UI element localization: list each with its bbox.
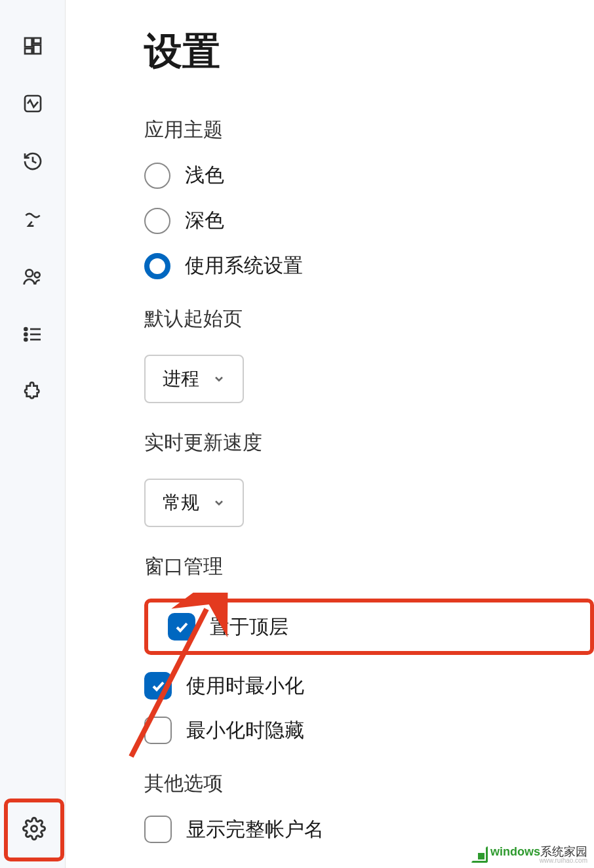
radio-label: 深色 — [185, 207, 224, 234]
list-icon[interactable] — [20, 321, 46, 347]
svg-point-8 — [24, 333, 27, 336]
other-section-label: 其他选项 — [144, 770, 594, 797]
watermark-brand1: windows — [490, 845, 540, 858]
svg-point-5 — [26, 269, 33, 277]
radio-icon — [144, 253, 170, 279]
hide-on-minimize-checkbox[interactable]: 最小化时隐藏 — [144, 717, 594, 744]
main-content: 设置 应用主题 浅色 深色 使用系统设置 默认起始页 进程 实时更新速度 常规 … — [66, 0, 594, 868]
window-checkbox-group: 置于顶层 使用时最小化 最小化时隐藏 — [144, 599, 594, 744]
checkbox-icon — [144, 672, 172, 700]
other-checkbox-group: 显示完整帐户名 — [144, 816, 594, 843]
efficiency-icon[interactable] — [20, 206, 46, 232]
svg-point-6 — [34, 272, 39, 277]
svg-point-9 — [24, 338, 27, 341]
extension-icon[interactable] — [20, 379, 46, 405]
svg-rect-1 — [33, 38, 41, 43]
checkbox-icon — [168, 613, 195, 641]
chevron-down-icon — [212, 372, 226, 385]
radio-icon — [144, 208, 170, 234]
watermark: windows系统家园 www.ruihao.com — [471, 844, 587, 864]
updatespeed-section-label: 实时更新速度 — [144, 429, 594, 456]
startpage-section-label: 默认起始页 — [144, 306, 594, 332]
radio-label: 使用系统设置 — [185, 252, 303, 279]
checkbox-icon — [144, 816, 172, 843]
checkbox-label: 最小化时隐藏 — [186, 717, 304, 744]
history-icon[interactable] — [20, 148, 46, 174]
checkbox-icon — [144, 717, 172, 744]
theme-light-radio[interactable]: 浅色 — [144, 162, 594, 189]
watermark-logo-icon — [471, 846, 488, 863]
watermark-brand2: 系统家园 — [540, 845, 587, 858]
checkbox-label: 置于顶层 — [210, 614, 288, 641]
radio-icon — [144, 163, 170, 189]
svg-point-13 — [31, 826, 37, 832]
svg-rect-0 — [25, 38, 32, 47]
theme-system-radio[interactable]: 使用系统设置 — [144, 252, 594, 279]
users-icon[interactable] — [20, 264, 46, 290]
dropdown-value: 常规 — [163, 490, 199, 515]
activity-icon[interactable] — [20, 90, 46, 117]
updatespeed-dropdown[interactable]: 常规 — [144, 479, 244, 527]
checkbox-label: 显示完整帐户名 — [186, 816, 324, 843]
theme-dark-radio[interactable]: 深色 — [144, 207, 594, 234]
startpage-dropdown[interactable]: 进程 — [144, 355, 244, 403]
theme-section-label: 应用主题 — [144, 117, 594, 144]
checkbox-label: 使用时最小化 — [186, 673, 304, 700]
minimize-on-use-checkbox[interactable]: 使用时最小化 — [144, 672, 594, 700]
theme-radio-group: 浅色 深色 使用系统设置 — [144, 162, 594, 279]
page-title: 设置 — [144, 26, 594, 77]
chevron-down-icon — [212, 496, 226, 509]
full-account-checkbox[interactable]: 显示完整帐户名 — [144, 816, 594, 843]
radio-label: 浅色 — [185, 162, 224, 189]
svg-rect-2 — [33, 45, 41, 54]
sidebar — [0, 0, 66, 868]
settings-icon[interactable] — [22, 817, 46, 843]
dropdown-value: 进程 — [163, 366, 199, 391]
settings-icon-highlight — [4, 799, 64, 861]
svg-rect-3 — [25, 49, 32, 54]
svg-point-7 — [24, 328, 27, 330]
on-top-highlight: 置于顶层 — [144, 599, 594, 655]
window-section-label: 窗口管理 — [144, 553, 594, 580]
grid-icon[interactable] — [20, 33, 46, 59]
on-top-checkbox[interactable]: 置于顶层 — [168, 613, 288, 641]
